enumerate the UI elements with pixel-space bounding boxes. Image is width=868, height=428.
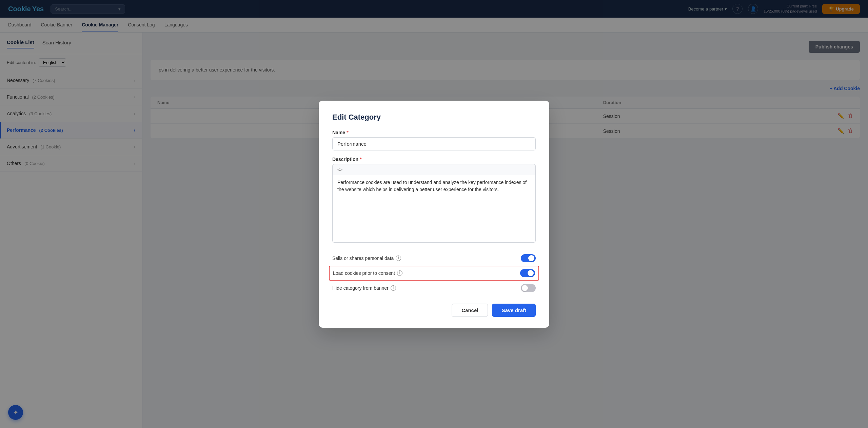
- description-textarea[interactable]: Performance cookies are used to understa…: [332, 175, 536, 243]
- toggle-slider: [520, 269, 535, 277]
- toggle-label: Sells or shares personal data: [332, 256, 394, 261]
- toggle-switch-sells-data[interactable]: [521, 254, 536, 262]
- toggle-slider: [521, 284, 536, 292]
- toggle-label: Hide category from banner: [332, 285, 389, 291]
- save-draft-button[interactable]: Save draft: [492, 304, 536, 317]
- code-toggle-button[interactable]: <>: [336, 166, 344, 173]
- info-icon[interactable]: i: [396, 256, 401, 261]
- required-asterisk: *: [347, 130, 348, 135]
- toggle-label: Load cookies prior to consent: [333, 270, 395, 276]
- modal-title: Edit Category: [332, 113, 536, 122]
- desc-label: Description *: [332, 157, 536, 162]
- required-asterisk: *: [360, 157, 361, 162]
- description-toolbar: <>: [332, 164, 536, 175]
- toggle-hide-from-banner: Hide category from banner i: [332, 281, 536, 295]
- cancel-button[interactable]: Cancel: [452, 304, 488, 317]
- toggle-load-prior-consent: Load cookies prior to consent i: [329, 266, 539, 281]
- toggle-switch-load-prior[interactable]: [520, 269, 535, 277]
- toggle-slider: [521, 254, 536, 262]
- info-icon[interactable]: i: [397, 270, 402, 276]
- info-icon[interactable]: i: [391, 285, 396, 291]
- name-input[interactable]: [332, 137, 536, 150]
- toggle-sells-personal-data: Sells or shares personal data i: [332, 251, 536, 266]
- modal-overlay: Edit Category Name * Description * <> Pe…: [0, 0, 868, 428]
- name-label: Name *: [332, 130, 536, 135]
- modal-footer: Cancel Save draft: [332, 304, 536, 317]
- edit-category-modal: Edit Category Name * Description * <> Pe…: [319, 101, 549, 328]
- toggle-switch-hide-banner[interactable]: [521, 284, 536, 292]
